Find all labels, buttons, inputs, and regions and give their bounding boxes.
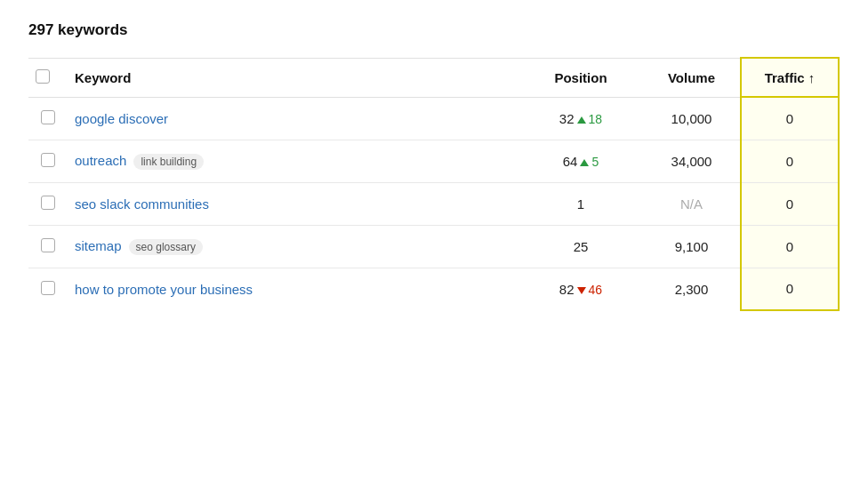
traffic-cell: 0 (741, 140, 839, 182)
volume-cell: 34,000 (643, 140, 741, 182)
keyword-tag: link building (133, 154, 204, 170)
table-row: how to promote your business82462,3000 (28, 268, 839, 310)
row-checkbox-cell (28, 182, 68, 225)
table-row: outreachlink building64534,0000 (28, 140, 839, 182)
keywords-count: 297 keywords (28, 21, 840, 39)
keyword-cell: outreachlink building (68, 140, 518, 182)
row-checkbox-cell (28, 268, 68, 310)
traffic-cell: 0 (741, 225, 839, 268)
keyword-cell: seo slack communities (68, 182, 518, 225)
table-row: google discover321810,0000 (28, 97, 839, 140)
table-row: seo slack communities1N/A0 (28, 182, 839, 225)
row-checkbox-cell (28, 225, 68, 268)
position-change-value: 18 (589, 112, 603, 126)
keyword-cell: sitemapseo glossary (68, 225, 518, 268)
volume-cell: 9,100 (643, 225, 741, 268)
position-value: 82 (559, 282, 575, 297)
traffic-column-header[interactable]: Traffic ↑ (741, 58, 839, 97)
position-value: 25 (574, 239, 589, 254)
row-checkbox[interactable] (41, 196, 55, 210)
keyword-link[interactable]: how to promote your business (75, 282, 253, 297)
select-all-checkbox-header[interactable] (28, 58, 68, 97)
volume-cell: 2,300 (643, 268, 741, 310)
position-value: 64 (563, 154, 578, 169)
position-cell: 8246 (518, 268, 643, 310)
keyword-link[interactable]: outreach (75, 153, 126, 168)
position-change-value: 5 (591, 155, 599, 169)
row-checkbox-cell (28, 97, 68, 140)
row-checkbox[interactable] (41, 110, 55, 124)
volume-column-header: Volume (643, 58, 741, 97)
traffic-cell: 0 (741, 97, 839, 140)
traffic-cell: 0 (741, 268, 839, 310)
keyword-link[interactable]: sitemap (75, 238, 122, 253)
row-checkbox[interactable] (41, 281, 55, 295)
table-row: sitemapseo glossary259,1000 (28, 225, 839, 268)
traffic-cell: 0 (741, 182, 839, 225)
keyword-column-header: Keyword (68, 58, 518, 97)
volume-cell: N/A (643, 182, 741, 225)
arrow-up-icon (577, 116, 586, 124)
keyword-cell: how to promote your business (68, 268, 518, 310)
position-change-value: 46 (589, 283, 603, 297)
position-cell: 25 (518, 225, 643, 268)
position-cell: 645 (518, 140, 643, 182)
row-checkbox[interactable] (41, 238, 55, 252)
position-value: 32 (559, 111, 575, 126)
volume-na: N/A (680, 196, 703, 212)
position-cell: 1 (518, 182, 643, 225)
volume-cell: 10,000 (643, 97, 741, 140)
row-checkbox-cell (28, 140, 68, 182)
keyword-tag: seo glossary (129, 239, 203, 255)
keyword-link[interactable]: seo slack communities (75, 196, 209, 212)
arrow-up-icon (580, 159, 589, 166)
arrow-down-icon (577, 287, 586, 294)
keyword-link[interactable]: google discover (75, 111, 168, 126)
position-column-header: Position (518, 58, 643, 97)
position-cell: 3218 (518, 97, 643, 140)
position-value: 1 (577, 196, 584, 212)
row-checkbox[interactable] (41, 153, 55, 167)
keyword-cell: google discover (68, 97, 518, 140)
header-checkbox[interactable] (36, 69, 50, 84)
